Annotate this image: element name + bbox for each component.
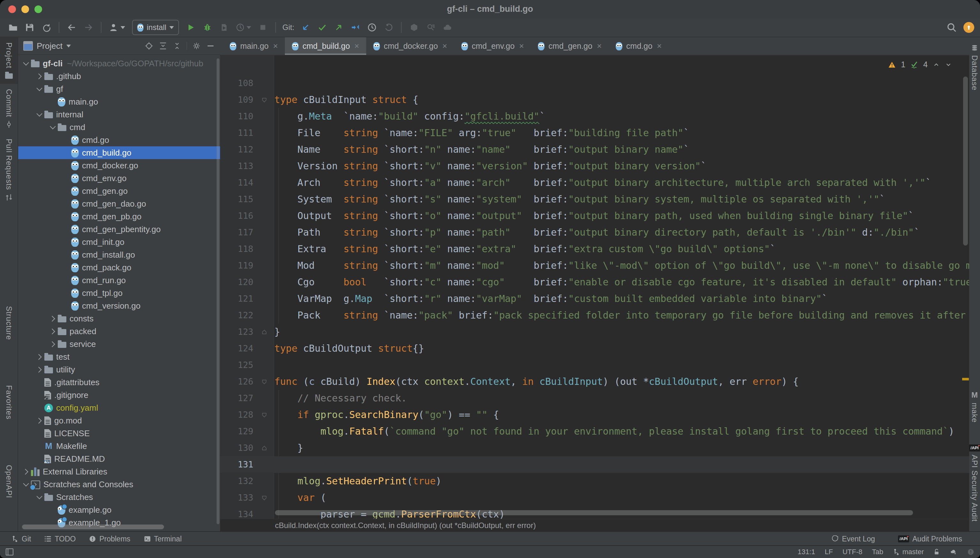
- close-icon[interactable]: ×: [354, 41, 359, 51]
- line-number[interactable]: 133: [220, 489, 253, 506]
- code-line-116[interactable]: 116 Output string `short:"o" name:"outpu…: [220, 208, 969, 224]
- line-number[interactable]: 126: [220, 373, 253, 390]
- git-update-icon[interactable]: [298, 20, 313, 34]
- editor-vertical-scrollbar[interactable]: [963, 77, 968, 246]
- chevron-down-icon[interactable]: [34, 88, 44, 90]
- code-line-128[interactable]: 128 if gproc.SearchBinary("go") == "" {: [220, 407, 969, 423]
- tab-cmd.go[interactable]: cmd.go×: [609, 37, 669, 55]
- tree-item-consts[interactable]: consts: [18, 312, 220, 325]
- code-line-110[interactable]: 110 g.Meta `name:"build" config:"gfcli.b…: [220, 108, 969, 125]
- inspection-widget[interactable]: 1 4: [886, 59, 954, 70]
- tree-item-internal[interactable]: internal: [18, 108, 220, 121]
- tree-item-.gitignore[interactable]: .gitignore: [18, 389, 220, 401]
- close-icon[interactable]: ×: [273, 41, 278, 51]
- indent-style[interactable]: Tab: [872, 548, 883, 556]
- code-line-111[interactable]: 111 File string `name:"FILE" arg:"true" …: [220, 125, 969, 141]
- code-line-133[interactable]: 133 var (: [220, 489, 969, 506]
- tree-item-cmd_gen_dao.go[interactable]: cmd_gen_dao.go: [18, 197, 220, 210]
- tool-stripe-commit[interactable]: Commit: [0, 84, 18, 134]
- tree-item-LICENSE[interactable]: LICENSE: [18, 427, 220, 440]
- shelve-icon[interactable]: [407, 20, 421, 34]
- tool-stripe-project[interactable]: Project: [0, 37, 18, 84]
- code-line-115[interactable]: 115 System string `short:"s" name:"syste…: [220, 191, 969, 208]
- chevron-down-icon[interactable]: [66, 44, 71, 48]
- line-number[interactable]: 132: [220, 473, 253, 489]
- tree-item-config.yaml[interactable]: Aconfig.yaml: [18, 401, 220, 414]
- code-editor[interactable]: 108109type cBuildInput struct {110 g.Met…: [220, 56, 969, 519]
- locate-file-icon[interactable]: [145, 41, 153, 50]
- tab-cmd_build.go[interactable]: cmd_build.go×: [285, 37, 366, 55]
- chevron-right-icon[interactable]: [34, 355, 44, 359]
- tree-item-cmd_docker.go[interactable]: cmd_docker.go: [18, 159, 220, 172]
- fold-marker-icon[interactable]: [261, 379, 267, 384]
- code-line-119[interactable]: 119 Mod string `short:"m" name:"mod" bri…: [220, 257, 969, 274]
- line-number[interactable]: 122: [220, 307, 253, 323]
- tree-item-cmd_env.go[interactable]: cmd_env.go: [18, 172, 220, 185]
- code-line-124[interactable]: 124type cBuildOutput struct{}: [220, 340, 969, 357]
- chevron-right-icon[interactable]: [48, 342, 58, 346]
- run-button[interactable]: [183, 20, 198, 34]
- git-branch[interactable]: master: [893, 548, 924, 556]
- gear-icon[interactable]: [192, 41, 201, 50]
- tab-cmd_env.go[interactable]: cmd_env.go×: [454, 37, 531, 55]
- code-line-113[interactable]: 113 Version string `short:"v" name:"vers…: [220, 158, 969, 174]
- tab-cmd_docker.go[interactable]: cmd_docker.go×: [366, 37, 454, 55]
- expand-all-icon[interactable]: [159, 41, 168, 50]
- line-number[interactable]: 111: [220, 125, 253, 141]
- line-number[interactable]: 123: [220, 323, 253, 340]
- terminal-toolwindow-button[interactable]: Terminal: [139, 532, 187, 546]
- line-number[interactable]: 114: [220, 174, 253, 191]
- breadcrumb[interactable]: cBuild.Index(ctx context.Context, in cBu…: [220, 519, 969, 532]
- memory-indicator-icon[interactable]: [967, 548, 974, 555]
- tree-item-service[interactable]: service: [18, 338, 220, 350]
- code-line-129[interactable]: 129 mlog.Fatalf(`command "go" not found …: [220, 423, 969, 440]
- tree-item-cmd_run.go[interactable]: cmd_run.go: [18, 274, 220, 287]
- caret-position[interactable]: 131:1: [797, 548, 815, 556]
- code-line-108[interactable]: 108: [220, 75, 969, 92]
- rollback-icon[interactable]: [381, 20, 396, 34]
- code-line-127[interactable]: 127 // Necessary check.: [220, 390, 969, 407]
- tool-stripe-database[interactable]: Database: [969, 39, 980, 96]
- save-icon[interactable]: [22, 20, 37, 34]
- tree-item-packed[interactable]: packed: [18, 325, 220, 338]
- tree-item-Scratches[interactable]: Scratches: [18, 491, 220, 504]
- tree-item-Scratches and Consoles[interactable]: Scratches and Consoles: [18, 478, 220, 491]
- chevron-down-icon[interactable]: [21, 483, 31, 486]
- tree-item-README.MD[interactable]: MDREADME.MD: [18, 453, 220, 465]
- tab-cmd_gen.go[interactable]: cmd_gen.go×: [531, 37, 609, 55]
- tree-item-utility[interactable]: utility: [18, 363, 220, 376]
- code-line-121[interactable]: 121 VarMap g.Map `short:"r" name:"varMap…: [220, 290, 969, 307]
- warning-stripe-mark[interactable]: [962, 378, 969, 381]
- git-push-icon[interactable]: [331, 20, 346, 34]
- tree-item-cmd_gen.go[interactable]: cmd_gen.go: [18, 185, 220, 197]
- project-horizontal-scrollbar[interactable]: [22, 525, 164, 529]
- tree-item-cmd_build.go[interactable]: cmd_build.go: [18, 146, 220, 159]
- tree-item-External Libraries[interactable]: External Libraries: [18, 465, 220, 478]
- minimize-window-button[interactable]: [21, 5, 29, 13]
- history-icon[interactable]: [365, 20, 379, 34]
- stop-button[interactable]: [255, 20, 270, 34]
- code-line-126[interactable]: 126func (c cBuild) Index(ctx context.Con…: [220, 373, 969, 390]
- line-ending[interactable]: LF: [825, 548, 833, 556]
- line-number[interactable]: 127: [220, 390, 253, 407]
- tree-item-cmd_version.go[interactable]: cmd_version.go: [18, 299, 220, 312]
- tree-item-cmd_install.go[interactable]: cmd_install.go: [18, 248, 220, 261]
- close-window-button[interactable]: [8, 5, 16, 13]
- project-panel-title[interactable]: Project: [37, 41, 62, 51]
- line-number[interactable]: 120: [220, 274, 253, 290]
- open-icon[interactable]: [6, 20, 20, 34]
- tool-stripe-structure[interactable]: Structure: [0, 301, 18, 345]
- chevron-right-icon[interactable]: [21, 470, 31, 474]
- line-number[interactable]: 117: [220, 224, 253, 241]
- tree-item-gf[interactable]: gf: [18, 82, 220, 95]
- chevron-down-icon[interactable]: [34, 496, 44, 498]
- project-vertical-scrollbar[interactable]: [217, 58, 219, 524]
- forward-icon[interactable]: [81, 20, 96, 34]
- tree-item-cmd_gen_pb.go[interactable]: cmd_gen_pb.go: [18, 210, 220, 223]
- collapse-all-icon[interactable]: [173, 41, 181, 50]
- code-line-132[interactable]: 132 mlog.SetHeaderPrint(true): [220, 473, 969, 489]
- search-history-icon[interactable]: [423, 20, 438, 34]
- line-number[interactable]: 131: [220, 456, 253, 473]
- tree-item-Makefile[interactable]: MMakefile: [18, 440, 220, 453]
- git-merge-icon[interactable]: [348, 20, 363, 34]
